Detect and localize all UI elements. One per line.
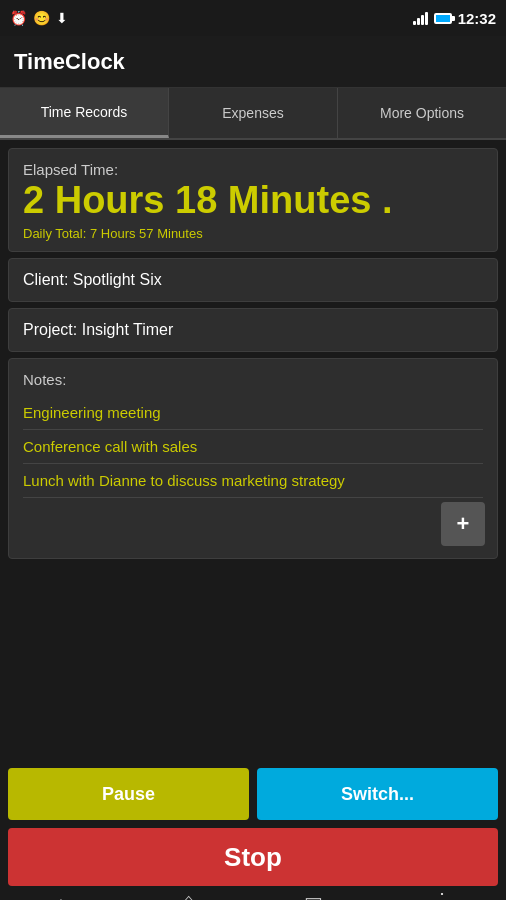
switch-button[interactable]: Switch... [257, 768, 498, 820]
client-card[interactable]: Client: Spotlight Six [8, 258, 498, 302]
status-left-icons: ⏰ 😊 ⬇ [10, 10, 68, 26]
daily-total: Daily Total: 7 Hours 57 Minutes [23, 226, 483, 241]
add-note-button[interactable]: + [441, 502, 485, 546]
status-time: 12:32 [458, 10, 496, 27]
battery-icon [434, 13, 452, 24]
tab-more-options[interactable]: More Options [338, 88, 506, 138]
tab-bar: Time Records Expenses More Options [0, 88, 506, 140]
action-buttons: Pause Switch... [8, 768, 498, 820]
note-item-0[interactable]: Engineering meeting [23, 396, 483, 430]
project-card[interactable]: Project: Insight Timer [8, 308, 498, 352]
nav-menu-icon[interactable]: ⋮ [432, 888, 452, 900]
smiley-icon: 😊 [33, 10, 50, 26]
tab-expenses[interactable]: Expenses [169, 88, 338, 138]
stop-button[interactable]: Stop [8, 828, 498, 886]
elapsed-time: 2 Hours 18 Minutes . [23, 180, 483, 222]
notes-label: Notes: [23, 371, 483, 388]
elapsed-card: Elapsed Time: 2 Hours 18 Minutes . Daily… [8, 148, 498, 252]
project-label: Project: Insight Timer [23, 321, 173, 338]
nav-back-icon[interactable]: ← [54, 889, 74, 901]
notes-card: Notes: Engineering meeting Conference ca… [8, 358, 498, 559]
tab-time-records[interactable]: Time Records [0, 88, 169, 138]
note-item-1[interactable]: Conference call with sales [23, 430, 483, 464]
status-bar: ⏰ 😊 ⬇ 12:32 [0, 0, 506, 36]
signal-icon [413, 11, 428, 25]
elapsed-label: Elapsed Time: [23, 161, 483, 178]
status-right-icons: 12:32 [413, 10, 496, 27]
client-label: Client: Spotlight Six [23, 271, 162, 288]
note-item-2[interactable]: Lunch with Dianne to discuss marketing s… [23, 464, 483, 498]
alarm-icon: ⏰ [10, 10, 27, 26]
nav-home-icon[interactable]: ⌂ [183, 889, 195, 901]
app-title: TimeClock [14, 49, 125, 75]
download-icon: ⬇ [56, 10, 68, 26]
page-layout: ⏰ 😊 ⬇ 12:32 TimeClock Time Records Expen… [0, 0, 506, 900]
nav-recents-icon[interactable]: ▭ [304, 888, 323, 900]
pause-button[interactable]: Pause [8, 768, 249, 820]
app-title-bar: TimeClock [0, 36, 506, 88]
main-content: Elapsed Time: 2 Hours 18 Minutes . Daily… [0, 140, 506, 567]
